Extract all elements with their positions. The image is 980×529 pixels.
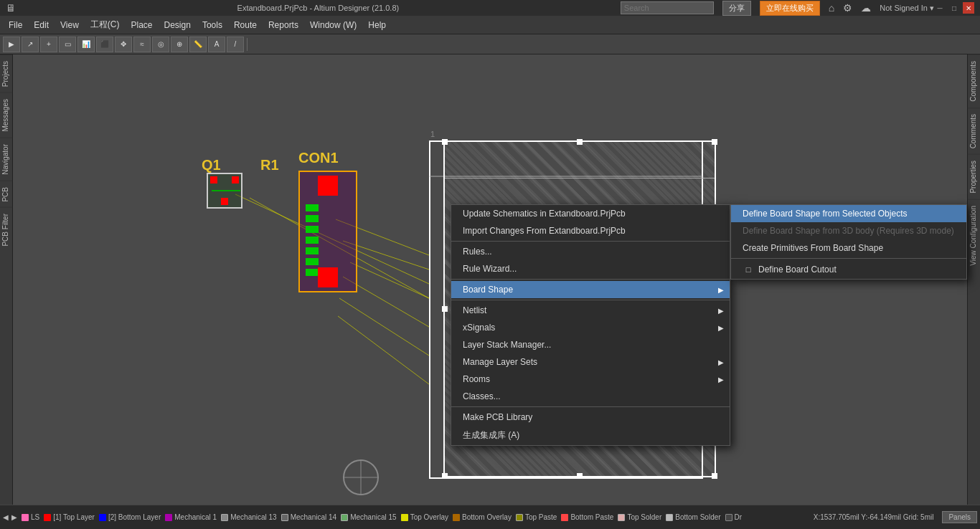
ctx-board-shape[interactable]: Board Shape ▶: [451, 281, 730, 298]
svg-line-6: [339, 298, 429, 356]
ctx-netlist[interactable]: Netlist ▶: [451, 302, 730, 319]
ctx-manage-layer-sets[interactable]: Manage Layer Sets ▶: [451, 353, 730, 371]
component-q1-body[interactable]: [207, 173, 242, 209]
sidebar-projects[interactable]: Projects: [0, 54, 12, 92]
share-btn[interactable]: 分享: [722, 1, 751, 16]
layer-top-dot: [44, 514, 51, 521]
layer-scroll-right[interactable]: ▶: [11, 513, 17, 521]
close-btn[interactable]: ✕: [963, 2, 974, 14]
layer-bottom-label: [2] Bottom Layer: [108, 513, 161, 521]
toolbar-chart[interactable]: 📊: [77, 37, 95, 52]
toolbar-line[interactable]: /: [227, 37, 244, 52]
toolbar-meas[interactable]: 📏: [189, 37, 207, 52]
layer-botoverlay[interactable]: Bottom Overlay: [453, 513, 512, 521]
layer-mech14-dot: [281, 514, 288, 521]
menu-route[interactable]: Route: [228, 16, 263, 34]
component-con1-label: CON1: [298, 150, 339, 166]
menu-view[interactable]: View: [55, 16, 85, 34]
ctx-xsignals[interactable]: xSignals ▶: [451, 319, 730, 336]
layer-botsolder[interactable]: Bottom Solder: [666, 513, 720, 521]
menu-reports[interactable]: Reports: [263, 16, 304, 34]
toolbar-add[interactable]: +: [40, 37, 57, 52]
menu-design[interactable]: Design: [159, 16, 197, 34]
ctx-rooms[interactable]: Rooms ▶: [451, 371, 730, 388]
q1-gate: [212, 190, 240, 191]
menu-place[interactable]: Place: [126, 16, 159, 34]
toolbar-drill[interactable]: ⊕: [171, 37, 188, 52]
layer-top[interactable]: [1] Top Layer: [44, 513, 95, 521]
ctx-generate-integrated[interactable]: 生成集成库 (A): [451, 426, 730, 445]
ctx-classes[interactable]: Classes...: [451, 388, 730, 405]
layer-toppaste-label: Top Paste: [525, 513, 557, 521]
menu-file[interactable]: File: [3, 16, 28, 34]
panels-btn[interactable]: Panels: [942, 511, 977, 523]
sidebar-properties[interactable]: Properties: [968, 154, 980, 199]
right-sidebar: Components Comments Properties View Conf…: [967, 54, 980, 505]
component-r1-label: R1: [260, 157, 279, 173]
submenu-define-from-selected[interactable]: Define Board Shape from Selected Objects: [731, 205, 966, 222]
toolbar-via[interactable]: ◎: [152, 37, 169, 52]
menu-help[interactable]: Help: [362, 16, 392, 34]
submenu-create-primitives[interactable]: Create Primitives From Board Shape: [731, 239, 966, 257]
submenu-define-cutout-label: Define Board Cutout: [758, 264, 837, 275]
sidebar-comments[interactable]: Comments: [968, 108, 980, 154]
toolbar-move[interactable]: ✥: [115, 37, 132, 52]
minimize-btn[interactable]: ─: [934, 2, 946, 14]
layer-dr[interactable]: Dr: [725, 513, 743, 521]
layer-botoverlay-dot: [453, 514, 460, 521]
con1-pins: [306, 204, 319, 276]
ctx-layer-stack[interactable]: Layer Stack Manager...: [451, 336, 730, 353]
ctx-import-changes[interactable]: Import Changes From Extandboard.PrjPcb: [451, 222, 730, 239]
settings-icon[interactable]: ⚙: [843, 2, 852, 14]
layer-topoverlay[interactable]: Top Overlay: [401, 513, 448, 521]
toolbar-select[interactable]: ▶: [3, 37, 20, 52]
sidebar-pcbfilter[interactable]: PCB Filter: [0, 207, 12, 252]
ctx-xsignals-label: xSignals: [463, 323, 495, 333]
submenu-cutout-icon: □: [743, 264, 754, 275]
submenu-define-cutout[interactable]: □ Define Board Cutout: [731, 260, 966, 279]
sidebar-pcb[interactable]: PCB: [0, 181, 12, 208]
layer-botpaste-dot: [561, 514, 568, 521]
cloud-icon[interactable]: ☁: [861, 2, 871, 14]
menu-edit[interactable]: Edit: [28, 16, 55, 34]
layer-mech1-dot: [165, 514, 172, 521]
ctx-update-schematics-label: Update Schematics in Extandboard.PrjPcb: [463, 209, 626, 219]
global-search-input[interactable]: [621, 1, 714, 14]
layer-mech14[interactable]: Mechanical 14: [281, 513, 336, 521]
toolbar-wire[interactable]: ↗: [22, 37, 39, 52]
maximize-btn[interactable]: □: [948, 2, 960, 14]
layer-scroll-left[interactable]: ◀: [3, 513, 9, 521]
ctx-make-pcb-lib-label: Make PCB Library: [463, 412, 532, 422]
svg-line-4: [350, 262, 429, 298]
sidebar-view-config[interactable]: View Configuration: [968, 199, 980, 272]
toolbar-rect[interactable]: ▭: [59, 37, 76, 52]
sidebar-navigator[interactable]: Navigator: [0, 138, 12, 181]
menu-tools[interactable]: Tools: [197, 16, 228, 34]
layer-topoverlay-dot: [401, 514, 408, 521]
layer-bottom[interactable]: [2] Bottom Layer: [99, 513, 161, 521]
ctx-make-pcb-lib[interactable]: Make PCB Library: [451, 409, 730, 426]
toolbar-route2[interactable]: ≈: [133, 37, 151, 52]
submenu-define-from-3d-label: Define Board Shape from 3D body (Require…: [743, 226, 954, 236]
ctx-update-schematics[interactable]: Update Schematics in Extandboard.PrjPcb: [451, 205, 730, 222]
buy-btn[interactable]: 立即在线购买: [760, 1, 820, 16]
toolbar-region[interactable]: ⬛: [96, 37, 113, 52]
ctx-rules[interactable]: Rules...: [451, 243, 730, 260]
component-con1-body[interactable]: [298, 171, 357, 292]
menu-window[interactable]: Window (W): [304, 16, 362, 34]
menu-project[interactable]: 工程(C): [85, 16, 126, 34]
sidebar-components[interactable]: Components: [968, 54, 980, 108]
user-label[interactable]: Not Signed In ▾: [880, 4, 934, 13]
sidebar-messages[interactable]: Messages: [0, 92, 12, 138]
layer-mech15[interactable]: Mechanical 15: [341, 513, 396, 521]
home-icon[interactable]: ⌂: [829, 2, 834, 14]
layer-toppaste[interactable]: Top Paste: [516, 513, 557, 521]
layer-mech13[interactable]: Mechanical 13: [221, 513, 276, 521]
layer-botpaste[interactable]: Bottom Paste: [561, 513, 613, 521]
layer-ls[interactable]: LS: [22, 513, 39, 521]
toolbar-text[interactable]: A: [208, 37, 225, 52]
layer-topsolder[interactable]: Top Solder: [618, 513, 661, 521]
ctx-import-changes-label: Import Changes From Extandboard.PrjPcb: [463, 226, 626, 236]
ctx-rule-wizard[interactable]: Rule Wizard...: [451, 260, 730, 277]
layer-mech1[interactable]: Mechanical 1: [165, 513, 217, 521]
